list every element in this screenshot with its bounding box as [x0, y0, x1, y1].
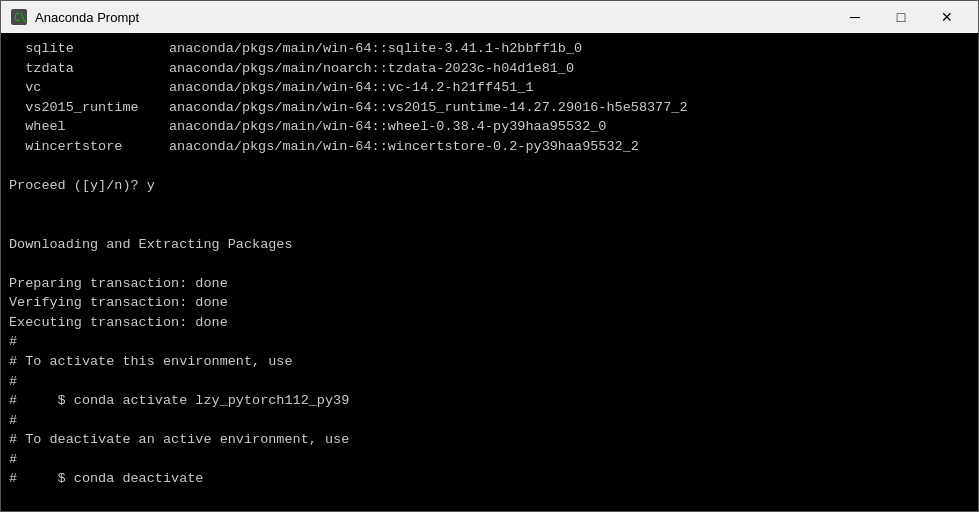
pkg-path: anaconda/pkgs/main/win-64::sqlite-3.41.1…	[169, 39, 582, 59]
package-table: sqlite anaconda/pkgs/main/win-64::sqlite…	[9, 39, 970, 156]
deactivate-cmd: # $ conda deactivate	[9, 469, 970, 489]
pkg-name: vc	[9, 78, 169, 98]
blank-line	[9, 254, 970, 274]
pkg-name: vs2015_runtime	[9, 98, 169, 118]
table-row: tzdata anaconda/pkgs/main/noarch::tzdata…	[9, 59, 970, 79]
executing-line: Executing transaction: done	[9, 313, 970, 333]
hash-line: #	[9, 332, 970, 352]
preparing-line: Preparing transaction: done	[9, 274, 970, 294]
pkg-name: tzdata	[9, 59, 169, 79]
verifying-line: Verifying transaction: done	[9, 293, 970, 313]
pkg-path: anaconda/pkgs/main/win-64::vs2015_runtim…	[169, 98, 687, 118]
activate-cmd: # $ conda activate lzy_pytorch112_py39	[9, 391, 970, 411]
svg-text:C\: C\	[14, 12, 26, 23]
table-row: wincertstore anaconda/pkgs/main/win-64::…	[9, 137, 970, 157]
pkg-name: wincertstore	[9, 137, 169, 157]
hash-line: #	[9, 450, 970, 470]
deactivate-comment: # To deactivate an active environment, u…	[9, 430, 970, 450]
blank-line	[9, 215, 970, 235]
maximize-button[interactable]: □	[878, 1, 924, 33]
table-row: vc anaconda/pkgs/main/win-64::vc-14.2-h2…	[9, 78, 970, 98]
table-row: sqlite anaconda/pkgs/main/win-64::sqlite…	[9, 39, 970, 59]
activate-comment: # To activate this environment, use	[9, 352, 970, 372]
titlebar-controls: ─ □ ✕	[832, 1, 970, 33]
table-row: wheel anaconda/pkgs/main/win-64::wheel-0…	[9, 117, 970, 137]
hash-line: #	[9, 372, 970, 392]
pkg-path: anaconda/pkgs/main/noarch::tzdata-2023c-…	[169, 59, 574, 79]
pkg-path: anaconda/pkgs/main/win-64::vc-14.2-h21ff…	[169, 78, 534, 98]
pkg-name: wheel	[9, 117, 169, 137]
proceed-prompt: Proceed ([y]/n)? y	[9, 176, 970, 196]
app-icon: C\	[9, 7, 29, 27]
blank-line	[9, 196, 970, 216]
blank-line	[9, 156, 970, 176]
hash-line: #	[9, 411, 970, 431]
downloading-line: Downloading and Extracting Packages	[9, 235, 970, 255]
close-button[interactable]: ✕	[924, 1, 970, 33]
window: C\ Anaconda Prompt ─ □ ✕ sqlite anaconda…	[0, 0, 979, 512]
titlebar-title: Anaconda Prompt	[35, 10, 832, 25]
blank-line	[9, 489, 970, 509]
pkg-path: anaconda/pkgs/main/win-64::wincertstore-…	[169, 137, 639, 157]
pkg-path: anaconda/pkgs/main/win-64::wheel-0.38.4-…	[169, 117, 606, 137]
terminal: sqlite anaconda/pkgs/main/win-64::sqlite…	[1, 33, 978, 511]
table-row: vs2015_runtime anaconda/pkgs/main/win-64…	[9, 98, 970, 118]
minimize-button[interactable]: ─	[832, 1, 878, 33]
titlebar: C\ Anaconda Prompt ─ □ ✕	[1, 1, 978, 33]
pkg-name: sqlite	[9, 39, 169, 59]
